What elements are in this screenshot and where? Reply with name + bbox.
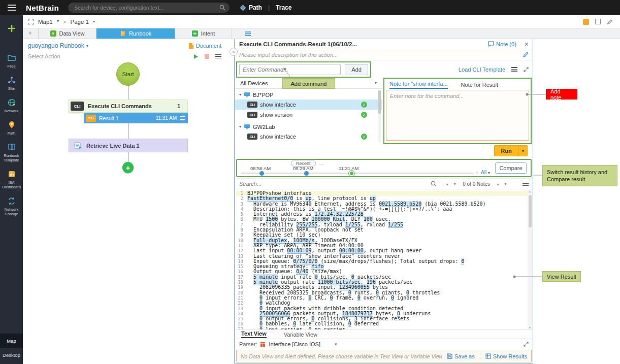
- sidebar-item-network-change[interactable]: Network Change: [0, 193, 23, 220]
- device-group-icon: [244, 92, 250, 97]
- play-icon[interactable]: [193, 54, 199, 59]
- sidebar-item-files[interactable]: Files: [0, 50, 23, 72]
- search-icon[interactable]: [219, 5, 225, 11]
- output-menu-icon[interactable]: [523, 182, 529, 186]
- note-button[interactable]: Note (0): [488, 41, 516, 47]
- timeline-dot-3-selected[interactable]: [349, 171, 354, 176]
- command-row-show-interface-2[interactable]: CLI show interface ✓: [235, 131, 382, 142]
- tab-intent-label: Intent: [201, 30, 215, 37]
- close-icon[interactable]: ×: [525, 41, 529, 48]
- note-tab-result[interactable]: Note for Result: [461, 82, 498, 89]
- sidebar-item-map[interactable]: Map: [0, 334, 23, 348]
- stop-icon[interactable]: [205, 54, 209, 59]
- show-results-button[interactable]: Show Results: [485, 353, 527, 359]
- timeline-scroll-arrow-icon[interactable]: ›: [476, 170, 478, 175]
- expand-caret-icon[interactable]: ▾: [239, 92, 241, 97]
- flow-start-node[interactable]: Start: [116, 62, 140, 86]
- add-action-button[interactable]: +: [122, 162, 134, 173]
- global-search-input[interactable]: [74, 5, 213, 11]
- parser-icon: [260, 342, 266, 347]
- run-row: Run ▼: [235, 144, 533, 158]
- flow-result-node[interactable]: YG Result 1 11:31 AM: [84, 113, 188, 123]
- result-search-input[interactable]: [239, 181, 427, 187]
- global-search[interactable]: [68, 3, 230, 13]
- edit-description-icon[interactable]: [523, 52, 529, 57]
- flow-connector: [128, 123, 128, 139]
- sidebar-item-site[interactable]: Site: [0, 72, 23, 94]
- map-name[interactable]: Map1: [38, 19, 53, 25]
- device-group-row[interactable]: ▾ GW2Lab: [235, 122, 382, 131]
- timeline-dot-1[interactable]: [259, 171, 264, 176]
- parser-value[interactable]: Interface [Cisco IOS]: [269, 341, 320, 347]
- collapse-panel-button[interactable]: «: [230, 48, 238, 56]
- search-next-icon[interactable]: ▼: [453, 182, 456, 186]
- trace-button[interactable]: Trace: [276, 4, 291, 11]
- flow-execute-cli-node[interactable]: CLI Execute CLI Commands 1: [69, 100, 188, 113]
- command-input[interactable]: [239, 64, 341, 75]
- output-scrollbar[interactable]: ▲▼: [528, 190, 532, 329]
- tab-text-view[interactable]: Text View: [241, 330, 267, 338]
- add-command-button[interactable]: Add: [345, 64, 368, 75]
- collapse-expand-icon[interactable]: [524, 67, 529, 72]
- page-selector[interactable]: Page 1: [71, 19, 89, 25]
- sidebar-item-runbook-template[interactable]: Runbook Template: [0, 139, 23, 166]
- run-options-caret[interactable]: ▼: [518, 145, 528, 156]
- command-row-show-interface[interactable]: CLI show interface ✓: [235, 100, 382, 110]
- note-input[interactable]: Enter note for the command...: [386, 90, 529, 141]
- add-button[interactable]: [0, 18, 23, 39]
- flow-retrieve-node[interactable]: Retrieve Live Data 1: [69, 139, 188, 152]
- expand-caret-icon[interactable]: ▾: [239, 124, 241, 129]
- hamburger-menu-icon[interactable]: [0, 0, 23, 15]
- result-menu-icon[interactable]: [180, 116, 185, 120]
- fit-screen-icon[interactable]: [28, 19, 34, 25]
- run-button[interactable]: Run: [494, 145, 518, 156]
- data-view-badge-icon: Y: [50, 30, 56, 37]
- tab-data-view[interactable]: Y Data View: [38, 28, 96, 39]
- tree-scrollbar-thumb[interactable]: [378, 90, 381, 114]
- sidebar-item-network[interactable]: Network: [0, 94, 23, 117]
- timeline-all-dropdown[interactable]: All ▾: [481, 170, 490, 175]
- runbook-title-dropdown[interactable]: guoyanguo Runbook: [28, 42, 84, 49]
- runbook-menu-icon[interactable]: [215, 54, 221, 59]
- sidebar-item-path[interactable]: Path: [0, 117, 23, 139]
- window-icon[interactable]: [595, 19, 601, 24]
- device-group-row[interactable]: ▾ BJ*POP: [235, 90, 382, 100]
- tree-scrollbar[interactable]: [378, 90, 381, 143]
- sidebar-item-iba-dashboard[interactable]: IBA Dashboard: [0, 166, 23, 193]
- notes-counter: 0 of 0 Notes: [463, 181, 490, 187]
- tab-intent[interactable]: NI Intent: [175, 28, 232, 39]
- success-check-icon: ✓: [361, 112, 367, 118]
- scroll-down-icon[interactable]: ▼: [529, 326, 531, 329]
- note-prev-icon[interactable]: ▲: [496, 182, 500, 186]
- panel-layout-icon[interactable]: [245, 31, 251, 37]
- collapse-tabs-icon[interactable]: «: [27, 31, 34, 35]
- tab-variable-view[interactable]: Variable View: [284, 332, 317, 338]
- command-row-show-version[interactable]: CLI show version ✓: [235, 110, 382, 120]
- document-link[interactable]: Document: [188, 43, 221, 49]
- scroll-up-icon[interactable]: ▲: [529, 190, 531, 193]
- output-scrollbar-thumb[interactable]: [529, 195, 532, 227]
- path-button[interactable]: Path: [240, 4, 262, 11]
- search-prev-icon[interactable]: ▲: [445, 182, 449, 186]
- book-icon: [7, 143, 16, 152]
- template-menu-icon[interactable]: [511, 67, 517, 72]
- load-cli-template-link[interactable]: Load CLI Template: [459, 67, 505, 73]
- page-caret-icon[interactable]: ▾: [93, 19, 95, 24]
- tab-data-view-label: Data View: [59, 30, 85, 37]
- sidebar-item-desktop[interactable]: Desktop: [0, 348, 23, 362]
- search-icon[interactable]: [431, 181, 437, 187]
- cli-output: 1BJ*POP>show interface2FastEthernet0/0 i…: [235, 189, 533, 329]
- compare-button[interactable]: Compare: [495, 162, 527, 174]
- note-next-icon[interactable]: ▼: [504, 182, 507, 186]
- timeline-dot-2[interactable]: [304, 171, 309, 176]
- tab-runbook[interactable]: Runbook: [96, 28, 175, 39]
- note-tab-command[interactable]: Note for "show interfa...: [389, 81, 448, 89]
- parser-caret-icon[interactable]: ▾: [335, 342, 337, 347]
- edit-pencil-icon[interactable]: [607, 19, 613, 25]
- comment-icon: [488, 41, 494, 47]
- save-as-button[interactable]: Save as: [447, 353, 475, 359]
- runbook-title-caret-icon[interactable]: ▾: [86, 44, 88, 48]
- description-row[interactable]: Please input description for this action…: [235, 49, 533, 60]
- sticky-note-icon[interactable]: [583, 19, 589, 25]
- expand-icon[interactable]: [524, 342, 529, 347]
